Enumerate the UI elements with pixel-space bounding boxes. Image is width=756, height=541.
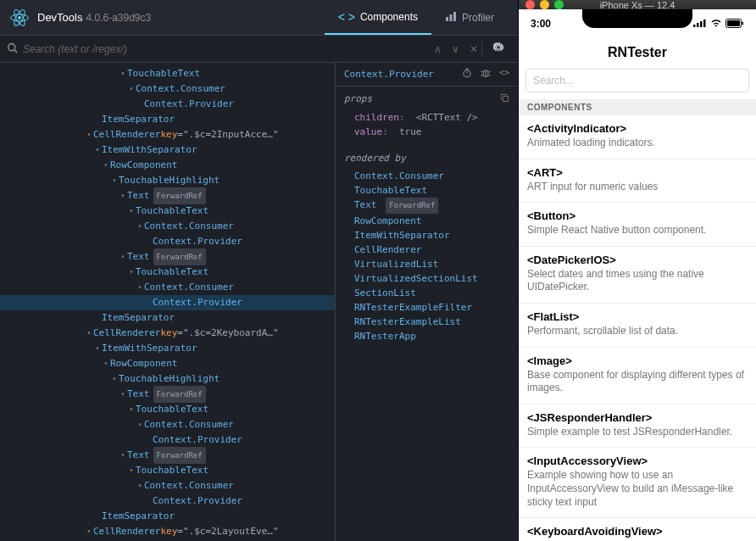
- props-list: children: <RCTText />value: true: [344, 110, 509, 139]
- tree-row[interactable]: ▾TouchableHighlight: [0, 173, 335, 188]
- svg-rect-21: [700, 21, 703, 27]
- key-label: key: [160, 326, 177, 341]
- stopwatch-icon[interactable]: [462, 68, 472, 81]
- svg-rect-19: [693, 25, 696, 27]
- divider: [481, 42, 482, 57]
- rendered-by-item[interactable]: Context.Consumer: [344, 169, 509, 183]
- tree-row[interactable]: ▾Context.Consumer: [0, 219, 335, 234]
- tree-row[interactable]: ItemSeparator: [0, 112, 335, 127]
- forwardref-badge: ForwardRef: [153, 248, 206, 265]
- devtools-version: 4.0.6-a39d9c3: [86, 12, 151, 24]
- tree-row[interactable]: ▾TouchableText: [0, 66, 335, 81]
- tree-row[interactable]: ▾TouchableText: [0, 265, 335, 280]
- tree-row[interactable]: Context.Provider: [0, 432, 335, 448]
- svg-rect-24: [727, 20, 740, 26]
- tree-row[interactable]: Context.Provider: [0, 234, 335, 249]
- minimize-icon[interactable]: [540, 0, 549, 9]
- caret-icon: ▾: [110, 371, 119, 387]
- rendered-by-item[interactable]: RNTesterApp: [344, 329, 509, 343]
- app-title: RNTester: [519, 45, 756, 60]
- component-name: Context.Provider: [153, 494, 242, 509]
- tree-row[interactable]: ▾TextForwardRef: [0, 387, 335, 402]
- component-tree[interactable]: ▾TouchableText▾Context.ConsumerContext.P…: [0, 63, 335, 541]
- maximize-icon[interactable]: [554, 0, 564, 9]
- search-next-icon[interactable]: ∨: [452, 43, 459, 55]
- rendered-by-item[interactable]: VirtualizedList: [344, 257, 509, 271]
- tree-row[interactable]: ▾RowComponent: [0, 158, 335, 173]
- tree-row[interactable]: Context.Provider: [0, 494, 335, 509]
- list-item-title: <ART>: [527, 166, 748, 179]
- tree-row[interactable]: ▾ItemWithSeparator: [0, 341, 335, 356]
- tree-row[interactable]: ▾ItemWithSeparator: [0, 142, 335, 158]
- component-name: TouchableHighlight: [119, 173, 220, 188]
- app-search-input[interactable]: [525, 69, 749, 92]
- devtools-toolbar: ∧ ∨ ✕: [0, 36, 518, 63]
- tree-row[interactable]: ▾TouchableText: [0, 463, 335, 478]
- tree-row[interactable]: ItemSeparator: [0, 509, 335, 524]
- tree-row[interactable]: ▾TouchableHighlight: [0, 371, 335, 387]
- tree-row[interactable]: Context.Provider: [0, 97, 335, 112]
- tree-row[interactable]: ▾Context.Consumer: [0, 478, 335, 494]
- close-icon[interactable]: [525, 0, 535, 9]
- rendered-by-item[interactable]: Text ForwardRef: [344, 198, 509, 214]
- tree-row[interactable]: Context.Provider: [0, 295, 335, 310]
- tree-row[interactable]: ▾CellRenderer key=".$c=2KeyboardA…": [0, 326, 335, 341]
- search-clear-icon[interactable]: ✕: [470, 43, 478, 55]
- caret-icon: ▾: [93, 142, 102, 158]
- copy-icon[interactable]: [500, 93, 509, 105]
- gear-icon[interactable]: [492, 42, 504, 56]
- list-item-title: <DatePickerIOS>: [527, 254, 748, 266]
- component-name: Text: [127, 387, 150, 402]
- component-name: TouchableText: [136, 463, 208, 478]
- rendered-by-item[interactable]: RNTesterExampleList: [344, 315, 509, 329]
- rendered-by-item[interactable]: RowComponent: [344, 214, 509, 228]
- list-item[interactable]: <JSResponderHandler>Simple example to te…: [519, 404, 756, 449]
- section-header: COMPONENTS: [519, 99, 756, 115]
- rendered-by-item[interactable]: VirtualizedSectionList: [344, 271, 509, 286]
- list-item[interactable]: <Button>Simple React Native button compo…: [519, 203, 756, 247]
- tree-row[interactable]: ▾TextForwardRef: [0, 188, 335, 204]
- tree-row[interactable]: ▾TouchableText: [0, 204, 335, 219]
- tree-row[interactable]: ▾TextForwardRef: [0, 249, 335, 265]
- tab-components[interactable]: < > Components: [325, 0, 431, 35]
- component-name: RowComponent: [110, 158, 177, 173]
- caret-icon: ▾: [102, 356, 110, 371]
- rendered-by-item[interactable]: RNTesterExampleFilter: [344, 300, 509, 315]
- code-icon[interactable]: <>: [499, 68, 509, 81]
- list-item[interactable]: <Image>Base component for displaying dif…: [519, 348, 756, 404]
- list-item[interactable]: <ActivityIndicator>Animated loading indi…: [519, 115, 756, 159]
- list-item[interactable]: <KeyboardAvoidingView>Base component for…: [519, 518, 756, 541]
- search-input[interactable]: [23, 43, 434, 55]
- tree-row[interactable]: ItemSeparator: [0, 310, 335, 326]
- list-item-desc: Animated loading indicators.: [527, 137, 748, 150]
- tree-row[interactable]: ▾Context.Consumer: [0, 417, 335, 432]
- bug-icon[interactable]: [481, 68, 491, 81]
- component-name: Context.Consumer: [144, 417, 234, 432]
- tree-row[interactable]: ▾TouchableText: [0, 402, 335, 417]
- component-list[interactable]: <ActivityIndicator>Animated loading indi…: [519, 115, 756, 541]
- tree-row[interactable]: ▾Context.Consumer: [0, 81, 335, 97]
- component-name: TouchableHighlight: [119, 371, 220, 387]
- element-icon: < >: [338, 10, 355, 24]
- caret-icon: ▾: [119, 66, 127, 81]
- rendered-by-item[interactable]: TouchableText: [344, 183, 509, 198]
- rendered-by-item[interactable]: ItemWithSeparator: [344, 228, 509, 243]
- list-item[interactable]: <FlatList>Performant, scrollable list of…: [519, 304, 756, 348]
- list-item[interactable]: <InputAccessoryView>Example showing how …: [519, 448, 756, 518]
- detail-header: Context.Provider <>: [336, 63, 518, 86]
- tree-row[interactable]: ▾TextForwardRef: [0, 448, 335, 463]
- list-item[interactable]: <ART>ART input for numeric values: [519, 159, 756, 204]
- rendered-by-section: rendered by Context.ConsumerTouchableTex…: [336, 146, 518, 350]
- tree-row[interactable]: ▾RowComponent: [0, 356, 335, 371]
- tree-row[interactable]: ▾CellRenderer key=".$c=2LayoutEve…": [0, 524, 335, 539]
- battery-icon: [725, 19, 744, 30]
- list-item-title: <Image>: [527, 354, 748, 367]
- search-prev-icon[interactable]: ∧: [434, 43, 442, 55]
- list-item[interactable]: <DatePickerIOS>Select dates and times us…: [519, 247, 756, 304]
- rendered-by-item[interactable]: SectionList: [344, 286, 509, 300]
- rendered-by-list: Context.ConsumerTouchableTextText Forwar…: [344, 169, 509, 343]
- rendered-by-item[interactable]: CellRenderer: [344, 243, 509, 257]
- tree-row[interactable]: ▾CellRenderer key=".$c=2InputAcce…": [0, 127, 335, 142]
- tab-profiler[interactable]: Profiler: [431, 0, 508, 35]
- tree-row[interactable]: ▾Context.Consumer: [0, 280, 335, 295]
